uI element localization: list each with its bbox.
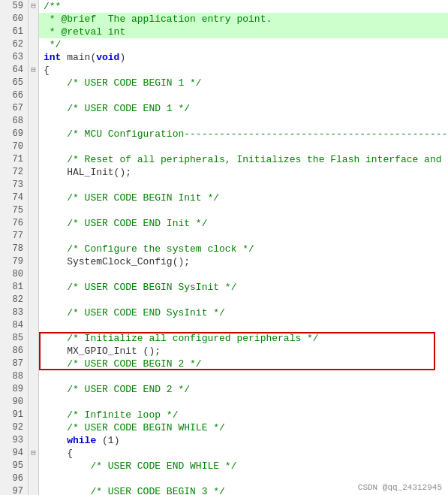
line-content: /* USER CODE BEGIN 1 */: [39, 77, 448, 89]
line-gutter: ⊟: [29, 64, 39, 77]
watermark: CSDN @qq_24312945: [358, 483, 442, 492]
line-number: 65: [0, 77, 29, 89]
code-line: 76 /* USER CODE END Init */: [0, 217, 448, 230]
line-number: 88: [0, 370, 29, 383]
line-gutter: [29, 115, 39, 128]
line-number: 68: [0, 115, 29, 128]
line-number: 76: [0, 217, 29, 230]
line-content: /* USER CODE END 2 */: [39, 383, 448, 396]
line-content: [39, 115, 448, 128]
line-number: 71: [0, 153, 29, 166]
line-number: 60: [0, 13, 29, 26]
line-number: 79: [0, 255, 29, 268]
code-line: 95 /* USER CODE END WHILE */: [0, 460, 448, 472]
line-number: 72: [0, 166, 29, 179]
code-line: 90: [0, 396, 448, 409]
line-gutter: [29, 332, 39, 345]
line-content: * @retval int: [39, 26, 448, 38]
code-line: 73: [0, 179, 448, 192]
line-content: /* USER CODE BEGIN 2 */: [39, 358, 448, 370]
code-line: 74 /* USER CODE BEGIN Init */: [0, 192, 448, 204]
line-content: /* USER CODE END Init */: [39, 217, 448, 230]
line-content: [39, 319, 448, 332]
line-gutter: [29, 166, 39, 179]
line-content: /* USER CODE BEGIN SysInit */: [39, 281, 448, 294]
line-number: 93: [0, 434, 29, 447]
code-line: 82: [0, 294, 448, 306]
line-number: 89: [0, 383, 29, 396]
line-gutter: [29, 409, 39, 421]
line-gutter: [29, 396, 39, 409]
line-content: /* Initialize all configured peripherals…: [39, 332, 448, 345]
line-number: 62: [0, 38, 29, 51]
line-number: 75: [0, 204, 29, 217]
line-gutter: [29, 13, 39, 26]
line-number: 90: [0, 396, 29, 409]
line-content: /* USER CODE END SysInit */: [39, 306, 448, 319]
line-gutter: [29, 102, 39, 115]
line-number: 87: [0, 358, 29, 370]
line-content: /* Infinite loop */: [39, 409, 448, 421]
line-number: 92: [0, 421, 29, 434]
code-area: 59⊟/**60 * @brief The application entry …: [0, 0, 448, 495]
line-content: /* USER CODE BEGIN WHILE */: [39, 421, 448, 434]
line-content: int main(void): [39, 51, 448, 64]
code-line: 66: [0, 89, 448, 102]
line-gutter: [29, 358, 39, 370]
line-gutter: [29, 217, 39, 230]
code-line: 88: [0, 370, 448, 383]
line-gutter: [29, 128, 39, 140]
code-line: 59⊟/**: [0, 0, 448, 13]
line-content: [39, 294, 448, 306]
line-content: while (1): [39, 434, 448, 447]
line-gutter: [29, 268, 39, 281]
line-content: /* Reset of all peripherals, Initializes…: [39, 153, 448, 166]
line-content: * @brief The application entry point.: [39, 13, 448, 26]
line-number: 94: [0, 447, 29, 460]
line-number: 82: [0, 294, 29, 306]
line-gutter: [29, 51, 39, 64]
line-gutter: [29, 38, 39, 51]
code-line: 87 /* USER CODE BEGIN 2 */: [0, 358, 448, 370]
line-gutter: [29, 140, 39, 153]
code-line: 86 MX_GPIO_Init ();: [0, 345, 448, 358]
line-gutter: [29, 281, 39, 294]
line-content: /* USER CODE END 1 */: [39, 102, 448, 115]
code-line: 83 /* USER CODE END SysInit */: [0, 306, 448, 319]
line-number: 85: [0, 332, 29, 345]
code-line: 84: [0, 319, 448, 332]
line-content: [39, 396, 448, 409]
line-content: [39, 140, 448, 153]
line-number: 69: [0, 128, 29, 140]
line-gutter: [29, 345, 39, 358]
code-line: 94⊟ {: [0, 447, 448, 460]
line-number: 64: [0, 64, 29, 77]
code-line: 75: [0, 204, 448, 217]
line-gutter: ⊟: [29, 447, 39, 460]
line-number: 95: [0, 460, 29, 472]
code-line: 91 /* Infinite loop */: [0, 409, 448, 421]
code-line: 79 SystemClock_Config();: [0, 255, 448, 268]
line-gutter: [29, 472, 39, 485]
line-number: 63: [0, 51, 29, 64]
line-content: */: [39, 38, 448, 51]
line-gutter: [29, 319, 39, 332]
code-line: 85 /* Initialize all configured peripher…: [0, 332, 448, 345]
line-gutter: [29, 306, 39, 319]
line-number: 80: [0, 268, 29, 281]
line-content: SystemClock_Config();: [39, 255, 448, 268]
line-content: /* MCU Configuration--------------------…: [39, 128, 448, 140]
code-line: 77: [0, 230, 448, 243]
code-line: 81 /* USER CODE BEGIN SysInit */: [0, 281, 448, 294]
line-gutter: [29, 204, 39, 217]
line-gutter: [29, 243, 39, 255]
line-number: 96: [0, 472, 29, 485]
line-content: [39, 89, 448, 102]
line-number: 78: [0, 243, 29, 255]
line-number: 91: [0, 409, 29, 421]
line-content: /**: [39, 0, 448, 13]
line-number: 73: [0, 179, 29, 192]
code-line: 93 while (1): [0, 434, 448, 447]
code-line: 61 * @retval int: [0, 26, 448, 38]
code-line: 68: [0, 115, 448, 128]
